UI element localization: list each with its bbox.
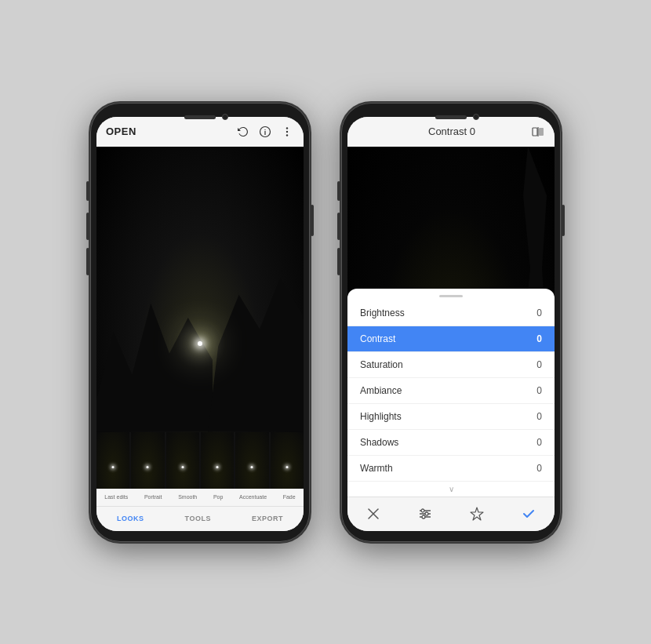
brightness-label: Brightness (360, 307, 405, 318)
phone-1: OPEN i (90, 103, 310, 542)
night-scene (96, 147, 304, 432)
svg-point-4 (286, 134, 288, 136)
phone1-camera (222, 114, 228, 120)
phone-2: Contrast 0 (341, 103, 561, 542)
highlights-value: 0 (536, 411, 542, 422)
svg-point-15 (422, 515, 425, 518)
phone2-bottom-toolbar (347, 497, 555, 531)
svg-point-3 (286, 130, 288, 132)
ambiance-value: 0 (536, 385, 542, 396)
close-icon[interactable] (365, 505, 382, 522)
tune-icon[interactable] (416, 505, 434, 522)
contrast-title: Contrast 0 (373, 126, 531, 137)
highlights-label: Highlights (360, 411, 402, 422)
thumb-label-1: Portrait (144, 494, 162, 500)
ambiance-label: Ambiance (360, 385, 402, 396)
thumb-label-0: Last edits (104, 494, 128, 500)
thumbnail-1[interactable] (131, 432, 164, 489)
phones-container: OPEN i (0, 0, 651, 644)
shadows-label: Shadows (360, 437, 398, 448)
auto-fix-icon[interactable] (468, 505, 486, 522)
warmth-label: Warmth (360, 463, 393, 474)
nav-tools[interactable]: TOOLS (185, 515, 211, 522)
thumbnail-5[interactable] (271, 432, 304, 489)
nav-looks[interactable]: LOOKS (117, 515, 144, 522)
more-icon[interactable] (280, 125, 294, 139)
svg-rect-6 (539, 128, 544, 136)
phone1-topbar: OPEN i (96, 117, 304, 147)
adjustment-panel: Brightness 0 Contrast 0 Saturation 0 (347, 289, 555, 497)
panel-row-highlights[interactable]: Highlights 0 (347, 404, 555, 430)
panel-row-shadows[interactable]: Shadows 0 (347, 430, 555, 456)
svg-text:i: i (264, 129, 267, 136)
phone1-power-btn (311, 205, 314, 236)
saturation-label: Saturation (360, 359, 403, 370)
topbar-icons: i (236, 125, 294, 139)
nav-export[interactable]: EXPORT (252, 515, 283, 522)
panel-handle (439, 295, 463, 297)
panel-row-ambiance[interactable]: Ambiance 0 (347, 378, 555, 404)
phone2-volume-btn-2 (337, 213, 340, 240)
check-icon[interactable] (520, 505, 537, 522)
phone2-image: Brightness 0 Contrast 0 Saturation 0 (347, 147, 555, 497)
panel-row-brightness[interactable]: Brightness 0 (347, 300, 555, 326)
foliage-right (208, 260, 304, 431)
thumb-label-5: Fade (283, 494, 296, 500)
compare-icon[interactable] (531, 125, 545, 139)
phone2-topbar: Contrast 0 (347, 117, 555, 147)
phone2-volume-btn-3 (337, 248, 340, 275)
svg-point-11 (421, 509, 424, 512)
phone1-volume-btn-2 (86, 213, 89, 240)
thumbnail-2[interactable] (166, 432, 199, 489)
svg-point-13 (425, 512, 428, 515)
phone1-speaker (184, 115, 216, 119)
panel-row-contrast[interactable]: Contrast 0 (347, 326, 555, 352)
svg-marker-16 (471, 508, 483, 520)
phone1-screen: OPEN i (96, 117, 304, 531)
info-icon[interactable]: i (258, 125, 272, 139)
phone1-content: OPEN i (96, 117, 304, 531)
thumb-label-2: Smooth (178, 494, 197, 500)
thumbnail-4[interactable] (235, 432, 268, 489)
scroll-indicator: ∨ (347, 482, 555, 497)
phone2-content: Contrast 0 (347, 117, 555, 531)
thumbnail-0[interactable] (96, 432, 129, 489)
contrast-label: Contrast (360, 333, 395, 344)
phone1-volume-btn-3 (86, 248, 89, 275)
svg-rect-5 (533, 128, 537, 136)
phone1-bottom-nav: LOOKS TOOLS EXPORT (96, 506, 304, 531)
panel-row-saturation[interactable]: Saturation 0 (347, 352, 555, 378)
brightness-value: 0 (536, 307, 542, 318)
foliage-left (96, 289, 213, 432)
phone2-power-btn (562, 205, 565, 236)
phone1-thumbnails (96, 432, 304, 489)
phone2-speaker (435, 115, 467, 119)
warmth-value: 0 (536, 463, 542, 474)
phone2-volume-btn-1 (337, 181, 340, 201)
rotate-icon[interactable] (236, 125, 250, 139)
phone1-thumb-labels: Last edits Portrait Smooth Pop Accentuat… (96, 489, 304, 506)
saturation-value: 0 (536, 359, 542, 370)
contrast-value: 0 (536, 333, 542, 344)
phone2-screen: Contrast 0 (347, 117, 555, 531)
svg-point-2 (286, 127, 288, 129)
panel-row-warmth[interactable]: Warmth 0 (347, 456, 555, 482)
thumbnail-3[interactable] (201, 432, 234, 489)
phone1-volume-btn-1 (86, 181, 89, 201)
phone1-image (96, 147, 304, 432)
phone2-camera (473, 114, 479, 120)
shadows-value: 0 (536, 437, 542, 448)
light-source (198, 341, 202, 346)
open-label[interactable]: OPEN (106, 126, 136, 137)
thumb-label-4: Accentuate (239, 494, 267, 500)
thumb-label-3: Pop (213, 494, 223, 500)
